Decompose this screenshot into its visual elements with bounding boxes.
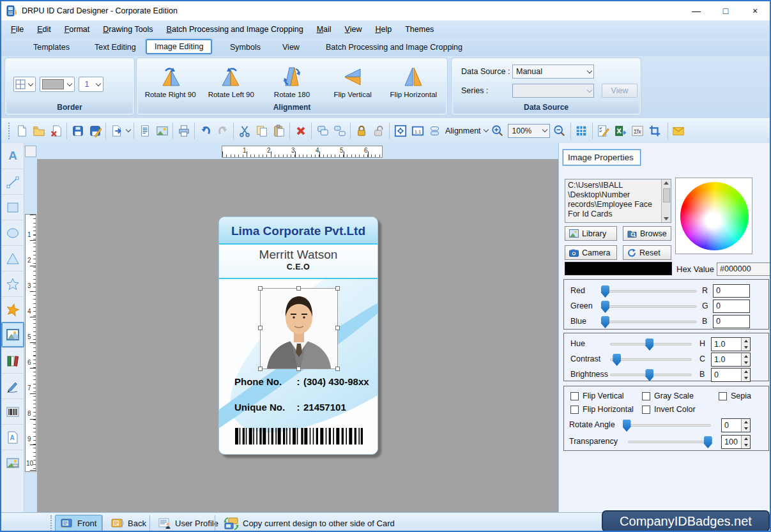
zoom-out-icon[interactable] (551, 122, 569, 140)
ungroup-icon[interactable] (331, 122, 348, 140)
paste-icon[interactable] (270, 122, 287, 140)
series-select[interactable] (512, 84, 594, 98)
library-tool[interactable] (1, 347, 24, 373)
flip-vertical-checkbox[interactable]: Flip Vertical (570, 391, 624, 400)
card-barcode[interactable] (235, 428, 363, 445)
menu-batch-processing[interactable]: Batch Processing and Image Cropping (167, 25, 303, 34)
selection-handle[interactable] (296, 286, 301, 291)
library-button[interactable]: Library (565, 226, 617, 241)
id-card[interactable]: Lima Corporate Pvt.Ltd Merritt Watson C.… (218, 217, 378, 455)
menu-mail[interactable]: Mail (317, 25, 332, 34)
rotate-angle-slider[interactable] (623, 424, 711, 428)
delete-icon[interactable] (292, 122, 309, 140)
back-side-button[interactable]: Back (106, 515, 151, 532)
spin-up-icon[interactable] (742, 338, 750, 344)
blue-slider[interactable] (601, 321, 697, 324)
spin-down-icon[interactable] (742, 375, 750, 381)
minimize-button[interactable]: — (682, 1, 711, 20)
copy-icon[interactable] (253, 122, 270, 140)
invert-color-checkbox[interactable]: Invert Color (642, 405, 696, 414)
excel-export-icon[interactable] (612, 122, 629, 140)
card-name-block[interactable]: Merritt Watson C.E.O (219, 245, 378, 279)
hex-value-field[interactable]: #000000 (717, 262, 770, 276)
scroll-up-icon[interactable] (664, 181, 669, 185)
grid-icon[interactable] (573, 122, 590, 140)
brightness-slider[interactable] (610, 374, 692, 377)
user-profile-button[interactable]: User Profile (153, 515, 224, 532)
checklist-edit-icon[interactable] (595, 122, 612, 140)
save-icon[interactable] (69, 122, 86, 140)
green-slider[interactable] (601, 305, 697, 309)
cut-icon[interactable] (236, 122, 253, 140)
menu-edit[interactable]: Edit (37, 25, 51, 34)
transparency-slider[interactable] (628, 441, 711, 445)
scroll-down-icon[interactable] (664, 217, 669, 220)
menu-file[interactable]: File (11, 25, 24, 34)
text-tool[interactable]: A (1, 143, 24, 169)
alignment-dropdown[interactable]: Alignment (445, 126, 481, 135)
border-style-dropdown[interactable] (13, 77, 36, 92)
barcode-tool[interactable] (1, 399, 24, 424)
one-to-one-icon[interactable]: 1:1 (409, 122, 426, 140)
watermark-text-tool[interactable]: A (1, 424, 24, 450)
green-value-field[interactable]: 0 (713, 300, 750, 313)
formula-icon[interactable]: Σfx (629, 122, 646, 140)
unlock-icon[interactable] (370, 122, 387, 140)
color-wheel[interactable] (680, 182, 749, 250)
spin-down-icon[interactable] (742, 442, 750, 448)
zoom-level-select[interactable]: 100% (508, 124, 550, 138)
selection-handle[interactable] (335, 367, 340, 371)
selection-handle[interactable] (335, 326, 340, 330)
flip-horizontal-button[interactable]: Flip Horizontal (384, 63, 443, 98)
flip-horizontal-checkbox[interactable]: Flip Horizontal (570, 405, 634, 414)
gray-scale-checkbox[interactable]: Gray Scale (642, 391, 694, 400)
hue-spinner[interactable]: 1.0 (711, 337, 751, 351)
image-tool[interactable] (1, 322, 24, 347)
menu-format[interactable]: Format (65, 25, 90, 34)
card-photo[interactable] (260, 288, 338, 369)
bottombar-grip[interactable] (50, 515, 52, 531)
spin-up-icon[interactable] (742, 419, 750, 425)
brightness-spinner[interactable]: 0 (711, 368, 751, 382)
blue-value-field[interactable]: 0 (713, 315, 750, 328)
alignment-dropdown-caret[interactable] (483, 130, 489, 132)
selection-handle[interactable] (258, 326, 263, 330)
tab-symbols[interactable]: Symbols (226, 41, 264, 54)
mail-icon[interactable] (670, 122, 687, 140)
flip-vertical-button[interactable]: Flip Vertical (323, 63, 383, 98)
menu-view[interactable]: View (345, 25, 362, 34)
spin-down-icon[interactable] (742, 425, 750, 432)
camera-button[interactable]: Camera (565, 245, 617, 260)
image-path-box[interactable]: C:\Users\IBALL \Desktop\Number records\E… (565, 179, 671, 223)
toolbar-grip[interactable] (8, 123, 10, 139)
data-source-select[interactable]: Manual (512, 65, 594, 79)
print-icon[interactable] (175, 122, 192, 140)
transparency-spinner[interactable]: 100 (721, 435, 751, 449)
new-document-icon[interactable] (13, 122, 30, 140)
tab-batch-processing[interactable]: Batch Processing and Image Cropping (322, 41, 466, 54)
zoom-in-icon[interactable] (489, 122, 507, 140)
star-outline-tool[interactable] (1, 271, 24, 296)
scroll-thumb[interactable] (663, 188, 670, 202)
selection-handle[interactable] (258, 286, 263, 291)
selection-handle[interactable] (258, 367, 263, 371)
border-thickness-spinner[interactable]: 1 (79, 77, 103, 92)
card-designation[interactable]: C.E.O (219, 262, 378, 271)
export-icon[interactable] (108, 122, 125, 140)
signature-tool[interactable] (1, 373, 24, 399)
menu-help[interactable]: Help (375, 25, 392, 34)
border-color-dropdown[interactable] (40, 77, 75, 92)
rotate-angle-spinner[interactable]: 0 (721, 418, 751, 432)
tab-text-editing[interactable]: Text Editing (91, 41, 140, 54)
spin-down-icon[interactable] (742, 360, 750, 366)
contrast-slider[interactable] (610, 358, 692, 362)
triangle-tool[interactable] (1, 245, 24, 271)
card-unique-line[interactable]: Unique No. : 21457101 (234, 402, 346, 413)
reset-button[interactable]: Reset (623, 245, 671, 260)
selection-handle[interactable] (296, 367, 301, 371)
menu-drawing-tools[interactable]: Drawing Tools (103, 25, 153, 34)
maximize-button[interactable]: □ (711, 1, 740, 20)
alignment-layers-icon[interactable] (426, 122, 443, 140)
contrast-spinner[interactable]: 1.0 (711, 353, 751, 367)
redo-icon[interactable] (214, 122, 231, 140)
